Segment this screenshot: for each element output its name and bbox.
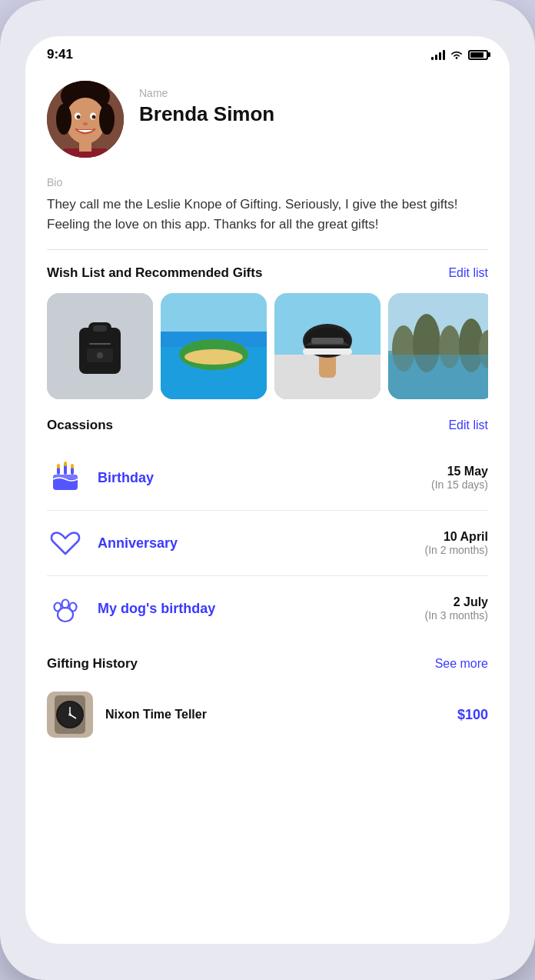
wishlist-item-image-2 <box>161 293 267 399</box>
status-bar: 9:41 <box>25 36 510 68</box>
svg-point-27 <box>184 349 243 365</box>
wishlist-item-3[interactable] <box>274 293 380 399</box>
wishlist-section: Wish List and Recommended Gifts Edit lis… <box>47 265 488 399</box>
gifting-history-header: Gifting History See more <box>47 656 488 672</box>
occasion-birthday-name: Birthday <box>98 470 154 486</box>
profile-info: Name Brenda Simon <box>139 81 274 126</box>
status-icons <box>431 49 488 60</box>
svg-point-46 <box>57 464 60 468</box>
status-time: 9:41 <box>47 47 73 62</box>
battery-icon <box>468 50 488 60</box>
heart-icon <box>47 525 84 562</box>
paw-icon <box>47 590 84 627</box>
bio-section: Bio They call me the Leslie Knope of Gif… <box>47 176 488 234</box>
wishlist-item-image-3 <box>274 293 380 399</box>
occasion-item-anniversary[interactable]: Anniversary 10 April (In 2 months) <box>47 511 488 575</box>
signal-icon <box>431 49 445 60</box>
bio-text: They call me the Leslie Knope of Gifting… <box>47 195 488 234</box>
svg-rect-34 <box>303 348 352 355</box>
svg-point-20 <box>97 352 103 358</box>
svg-rect-12 <box>79 141 91 152</box>
svg-point-47 <box>64 462 67 466</box>
wishlist-edit-button[interactable]: Edit list <box>448 266 488 280</box>
svg-rect-42 <box>388 355 488 399</box>
svg-point-10 <box>83 122 88 125</box>
avatar-container <box>47 81 124 158</box>
occasions-edit-button[interactable]: Edit list <box>448 418 488 432</box>
occasion-item-birthday[interactable]: Birthday 15 May (In 15 days) <box>47 445 488 510</box>
see-more-button[interactable]: See more <box>435 657 488 671</box>
history-item-name-1: Nixon Time Teller <box>105 708 445 722</box>
svg-point-54 <box>70 603 77 612</box>
svg-point-52 <box>55 603 61 612</box>
gifting-history-section: Gifting History See more <box>47 656 488 745</box>
occasions-header: Ocassions Edit list <box>47 418 488 433</box>
svg-rect-17 <box>93 325 107 332</box>
history-item-price-1: $100 <box>457 707 488 723</box>
avatar-image <box>47 81 124 158</box>
gifting-history-title: Gifting History <box>47 656 138 672</box>
occasions-title: Ocassions <box>47 418 113 433</box>
svg-point-9 <box>92 115 96 119</box>
wishlist-item-4[interactable] <box>388 293 488 399</box>
occasions-section: Ocassions Edit list <box>47 418 488 641</box>
svg-rect-18 <box>89 343 111 345</box>
divider <box>47 249 488 250</box>
screen: 9:41 <box>25 36 510 944</box>
history-item-thumbnail-1 <box>47 692 93 738</box>
svg-point-0 <box>456 57 458 59</box>
profile-label: Name <box>139 87 274 99</box>
birthday-cake-icon <box>47 459 84 496</box>
occasion-birthday-date: 15 May (In 15 days) <box>431 465 488 491</box>
svg-point-5 <box>99 104 115 135</box>
wishlist-grid <box>47 293 488 399</box>
occasion-anniversary-date: 10 April (In 2 months) <box>425 530 488 556</box>
occasion-item-dog-birthday[interactable]: My dog's birthday 2 July (In 3 months) <box>47 576 488 641</box>
profile-name: Brenda Simon <box>139 102 274 126</box>
svg-point-48 <box>71 464 74 468</box>
svg-point-8 <box>77 115 81 119</box>
wishlist-item-2[interactable] <box>161 293 267 399</box>
svg-point-53 <box>62 600 69 608</box>
bio-label: Bio <box>47 176 488 188</box>
wifi-icon <box>450 49 464 60</box>
main-content: Name Brenda Simon Bio They call me the L… <box>25 68 510 944</box>
profile-section: Name Brenda Simon <box>47 81 488 158</box>
svg-point-4 <box>56 104 71 135</box>
wishlist-title: Wish List and Recommended Gifts <box>47 265 262 281</box>
avatar <box>47 81 124 158</box>
wishlist-item-image-4 <box>388 293 488 399</box>
wishlist-header: Wish List and Recommended Gifts Edit lis… <box>47 265 488 281</box>
occasion-anniversary-name: Anniversary <box>98 535 178 552</box>
occasion-dog-birthday-date: 2 July (In 3 months) <box>425 595 488 622</box>
wishlist-item-1[interactable] <box>47 293 153 399</box>
phone-frame: 9:41 <box>0 0 535 980</box>
history-item-1[interactable]: Nixon Time Teller $100 <box>47 684 488 745</box>
svg-rect-33 <box>311 338 344 344</box>
occasion-dog-birthday-name: My dog's birthday <box>98 601 215 617</box>
wishlist-item-image-1 <box>47 293 153 399</box>
svg-rect-50 <box>53 475 78 479</box>
